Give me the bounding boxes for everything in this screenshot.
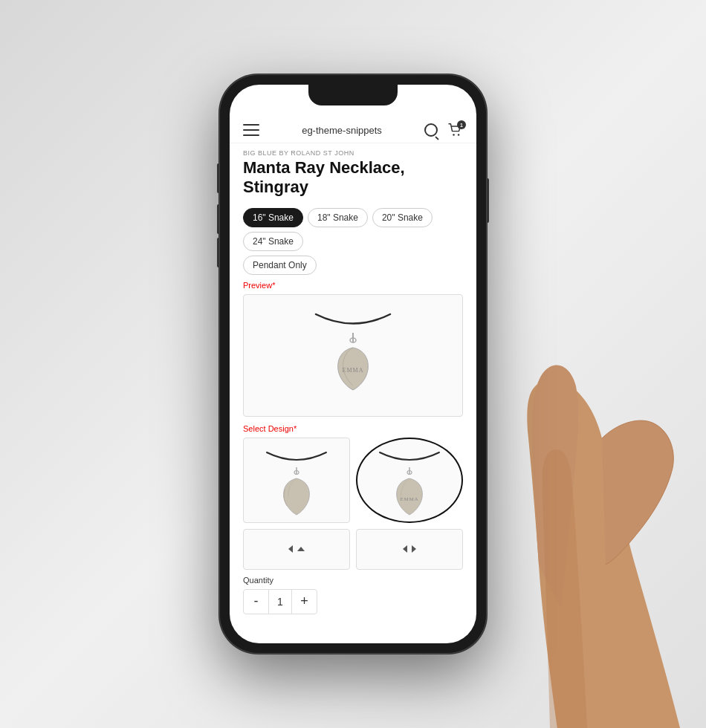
- cart-badge: 1: [457, 120, 466, 129]
- arrow-indicators-left: [288, 545, 305, 553]
- svg-text:EMMA: EMMA: [343, 367, 364, 374]
- cart-icon[interactable]: 1: [448, 123, 463, 137]
- size-btn-24-snake[interactable]: 24" Snake: [243, 232, 303, 251]
- design-grid: EMMA: [243, 438, 463, 523]
- preview-label: Preview*: [243, 281, 463, 290]
- preview-necklace-svg: EMMA: [301, 299, 405, 411]
- phone-frame: eg-theme-snippets 1: [219, 74, 487, 654]
- quantity-control: - 1 +: [243, 589, 317, 614]
- size-btn-16-snake[interactable]: 16" Snake: [243, 208, 303, 227]
- pendant-only-btn[interactable]: Pendant Only: [243, 256, 317, 275]
- svg-text:EMMA: EMMA: [401, 496, 419, 502]
- arrow-right-icon: [412, 545, 416, 553]
- design-item-1[interactable]: [243, 438, 350, 523]
- quantity-section: Quantity - 1 +: [230, 570, 476, 614]
- design-grid-bottom: [243, 529, 463, 570]
- quantity-minus-btn[interactable]: -: [244, 590, 268, 614]
- design-item-3[interactable]: [243, 529, 350, 570]
- size-btn-20-snake[interactable]: 20" Snake: [372, 208, 433, 227]
- design-item-2[interactable]: EMMA: [356, 438, 463, 523]
- product-title: Manta Ray Necklace, Stingray: [243, 158, 463, 198]
- quantity-plus-btn[interactable]: +: [292, 590, 317, 614]
- phone-notch: [308, 85, 398, 105]
- design-1-svg: [256, 441, 337, 519]
- design-item-4[interactable]: [356, 529, 463, 570]
- search-icon[interactable]: [424, 123, 438, 137]
- store-name-label: eg-theme-snippets: [302, 125, 382, 136]
- hamburger-menu-icon[interactable]: [243, 124, 259, 136]
- quantity-label: Quantity: [243, 576, 463, 585]
- preview-section: Preview*: [230, 278, 476, 417]
- preview-image-box: EMMA: [243, 294, 463, 417]
- product-header: BIG BLUE BY ROLAND ST JOHN Manta Ray Nec…: [230, 143, 476, 201]
- select-design-label: Select Design*: [243, 424, 463, 433]
- screen-content: eg-theme-snippets 1: [230, 85, 476, 643]
- phone-screen: eg-theme-snippets 1: [230, 85, 476, 643]
- arrow-indicators-right: [403, 545, 416, 553]
- arrow-up-icon: [297, 547, 305, 551]
- nav-icons: 1: [424, 123, 463, 137]
- svg-point-1: [458, 134, 459, 135]
- size-btn-18-snake[interactable]: 18" Snake: [308, 208, 368, 227]
- design-2-svg: EMMA: [369, 441, 450, 519]
- quantity-value: 1: [268, 590, 292, 614]
- arrow-left-icon-2: [403, 545, 407, 553]
- brand-name: BIG BLUE BY ROLAND ST JOHN: [243, 149, 463, 157]
- size-options: 16" Snake 18" Snake 20" Snake 24" Snake: [230, 201, 476, 256]
- nav-bar: eg-theme-snippets 1: [230, 117, 476, 143]
- arrow-left-icon: [288, 545, 293, 553]
- svg-point-0: [453, 134, 454, 135]
- phone-wrapper: eg-theme-snippets 1: [219, 74, 487, 654]
- select-design-section: Select Design*: [230, 417, 476, 570]
- scene: eg-theme-snippets 1: [0, 0, 706, 728]
